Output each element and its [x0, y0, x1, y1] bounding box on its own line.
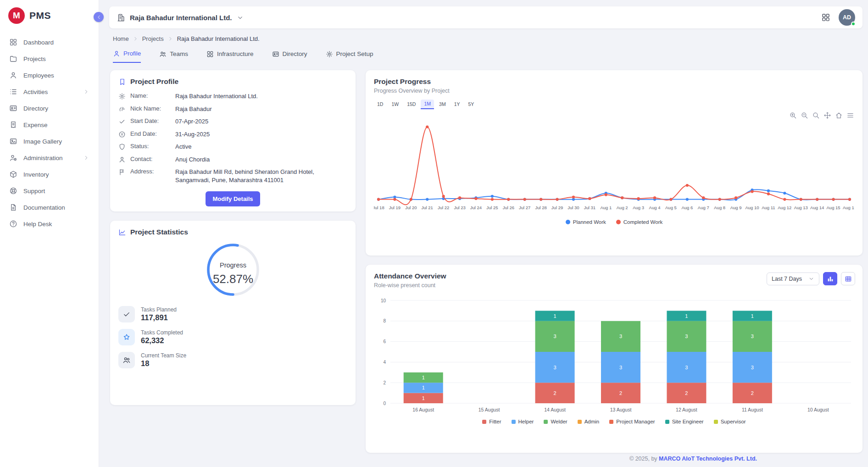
- svg-text:2: 2: [751, 390, 754, 396]
- sidebar-item-administration[interactable]: Administration: [3, 150, 96, 166]
- company-link[interactable]: MARCO AIoT Technologies Pvt. Ltd.: [659, 456, 757, 462]
- sidebar-item-documentation[interactable]: Documentation: [3, 199, 96, 216]
- project-setup-tab-icon: [326, 50, 333, 58]
- tab-profile[interactable]: Profile: [113, 49, 141, 63]
- legend-label: Helper: [518, 419, 534, 424]
- svg-text:2: 2: [619, 390, 622, 396]
- sidebar-collapse-button[interactable]: [94, 12, 104, 22]
- directory-tab-icon: [272, 50, 279, 58]
- breadcrumb: Home Projects Raja Bahadur International…: [113, 35, 868, 42]
- field-status: Status:Active: [118, 143, 347, 151]
- legend-item[interactable]: Completed Work: [616, 219, 662, 225]
- breadcrumb-home[interactable]: Home: [113, 35, 129, 42]
- breadcrumb-current: Raja Bahadur International Ltd.: [177, 35, 260, 42]
- sidebar-item-label: Dashboard: [23, 39, 54, 46]
- tab-label: Infrastructure: [217, 50, 254, 57]
- attendance-bar-chart[interactable]: 024681016 August11115 August14 August233…: [374, 295, 854, 417]
- content-area: Project Profile Name:Raja Bahadur Intern…: [110, 70, 862, 453]
- range-1d[interactable]: 1D: [374, 100, 386, 109]
- table-view-toggle[interactable]: [841, 272, 855, 285]
- bar-chart-icon: [827, 275, 834, 283]
- legend-swatch: [482, 420, 486, 424]
- range-1y[interactable]: 1Y: [451, 100, 463, 109]
- sidebar-item-employees[interactable]: Employees: [3, 67, 96, 83]
- svg-text:10 August: 10 August: [807, 407, 829, 412]
- legend-item[interactable]: Admin: [578, 419, 600, 424]
- sidebar-item-dashboard[interactable]: Dashboard: [3, 34, 96, 50]
- svg-text:1: 1: [554, 313, 556, 319]
- zoom-icon[interactable]: [812, 111, 820, 119]
- tab-infrastructure[interactable]: Infrastructure: [206, 49, 254, 63]
- range-1m[interactable]: 1M: [421, 100, 434, 109]
- user-avatar[interactable]: AD: [839, 9, 855, 26]
- range-3m[interactable]: 3M: [436, 100, 449, 109]
- inventory-icon: [9, 170, 17, 178]
- range-15d[interactable]: 15D: [404, 100, 419, 109]
- chevron-right-icon: [133, 36, 139, 42]
- legend-swatch: [578, 420, 582, 424]
- expense-icon: [9, 121, 17, 129]
- legend-swatch: [665, 420, 669, 424]
- range-1w[interactable]: 1W: [388, 100, 402, 109]
- svg-text:3: 3: [751, 334, 754, 339]
- svg-text:Aug 7: Aug 7: [698, 205, 709, 210]
- modify-details-button[interactable]: Modify Details: [206, 191, 260, 206]
- progress-line-chart[interactable]: Jul 18Jul 19Jul 20Jul 21Jul 22Jul 23Jul …: [374, 116, 854, 217]
- sidebar-item-label: Documentation: [23, 204, 65, 211]
- date-range-select[interactable]: Last 7 Days: [767, 272, 819, 285]
- logo: M PMS: [0, 0, 99, 30]
- home-reset-icon[interactable]: [835, 111, 843, 119]
- sidebar-item-help-desk[interactable]: Help Desk: [3, 216, 96, 232]
- legend-item[interactable]: Supervisor: [714, 419, 746, 424]
- zoom-out-icon[interactable]: [801, 111, 808, 119]
- svg-text:Aug 10: Aug 10: [745, 205, 759, 210]
- legend-item[interactable]: Site Engineer: [665, 419, 704, 424]
- gear-icon: [118, 93, 126, 100]
- sidebar-item-activities[interactable]: Activities: [3, 83, 96, 100]
- sidebar-item-inventory[interactable]: Inventory: [3, 166, 96, 183]
- tab-project-setup[interactable]: Project Setup: [326, 49, 373, 63]
- tab-teams[interactable]: Teams: [159, 49, 188, 63]
- legend-label: Site Engineer: [672, 419, 704, 424]
- legend-item[interactable]: Helper: [512, 419, 534, 424]
- field-nick-name: Nick Name:Raja Bahadur: [118, 105, 347, 113]
- chart-line-icon: [118, 228, 126, 236]
- sidebar-item-image-gallery[interactable]: Image Gallery: [3, 133, 96, 150]
- circle-x-icon: [118, 131, 126, 138]
- sidebar-item-label: Employees: [23, 72, 54, 79]
- range-5y[interactable]: 5Y: [465, 100, 477, 109]
- legend-swatch: [512, 420, 516, 424]
- svg-text:0: 0: [383, 401, 386, 406]
- legend-item[interactable]: Fitter: [482, 419, 501, 424]
- company-selector[interactable]: Raja Bahadur International Ltd.: [117, 13, 244, 22]
- svg-text:1: 1: [422, 395, 425, 401]
- svg-text:14 August: 14 August: [544, 407, 566, 412]
- legend-item[interactable]: Welder: [544, 419, 567, 424]
- sidebar-item-label: Image Gallery: [23, 138, 62, 145]
- project-profile-card: Project Profile Name:Raja Bahadur Intern…: [110, 70, 356, 211]
- employees-icon: [9, 71, 17, 79]
- menu-icon[interactable]: [846, 111, 854, 119]
- breadcrumb-projects[interactable]: Projects: [142, 35, 164, 42]
- legend-item[interactable]: Planned Work: [566, 219, 606, 225]
- card-subtitle: Progress Overview by Project: [374, 88, 854, 94]
- stat-tasks-completed: Tasks Completed62,332: [118, 329, 347, 345]
- legend-item[interactable]: Project Manager: [609, 419, 655, 424]
- bar-view-toggle[interactable]: [823, 272, 837, 285]
- teams-tab-icon: [159, 50, 167, 58]
- sidebar-item-projects[interactable]: Projects: [3, 50, 96, 67]
- zoom-in-icon[interactable]: [789, 111, 797, 119]
- apps-grid-icon[interactable]: [821, 13, 830, 22]
- tab-directory[interactable]: Directory: [272, 49, 307, 63]
- sidebar-item-directory[interactable]: Directory: [3, 100, 96, 117]
- pan-icon[interactable]: [823, 111, 831, 119]
- sidebar: M PMS Dashboard Projects Employees Activ…: [0, 0, 99, 467]
- sidebar-item-support[interactable]: Support: [3, 183, 96, 199]
- sidebar-item-label: Projects: [23, 56, 46, 62]
- svg-text:11 August: 11 August: [742, 407, 763, 412]
- svg-text:Aug 15: Aug 15: [827, 205, 840, 210]
- chevron-down-icon: [808, 276, 814, 282]
- sidebar-item-expense[interactable]: Expense: [3, 117, 96, 133]
- shield-icon: [118, 143, 126, 150]
- gauge-value: 52.87%: [212, 272, 253, 286]
